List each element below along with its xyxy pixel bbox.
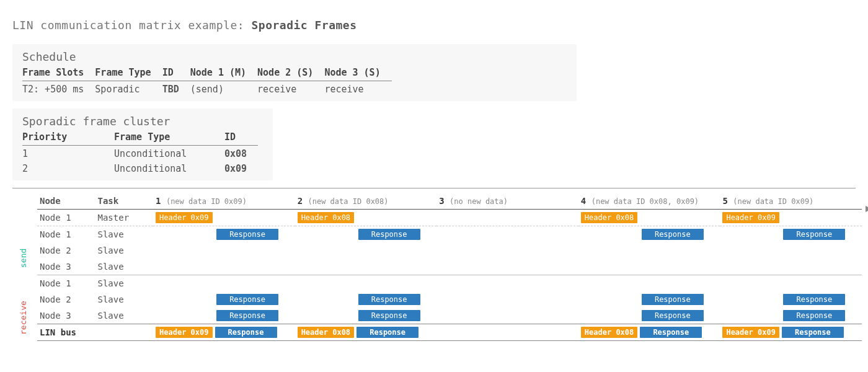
cell-node: Node 1 (37, 275, 95, 292)
response-box: Response (216, 310, 278, 321)
diagram-row: Node 3 SlaveResponseResponseResponseResp… (37, 308, 862, 324)
col-task: Task (95, 195, 154, 210)
cell-slot: Response (720, 226, 862, 243)
response-box: Response (642, 229, 704, 240)
cell-slot: Response (578, 226, 720, 243)
schedule-table: Frame Slots Frame Type ID Node 1 (M) Nod… (22, 66, 392, 96)
cell-slot (436, 259, 578, 275)
cell-slot (436, 210, 578, 226)
cell-node: Node 2 (37, 242, 95, 259)
cell-slot: Response (578, 308, 720, 324)
timing-diagram: send receive Node Task 1 (new data ID 0x… (37, 195, 862, 341)
cell-id: 0x09 (224, 161, 258, 175)
cell-slot: T2: +500 ms (22, 81, 95, 97)
schedule-h3: Node 1 (M) (190, 66, 257, 81)
diagram-row: Node 3 Slave (37, 259, 862, 275)
response-box: Response (356, 327, 418, 338)
cell-slot (436, 275, 578, 292)
cell-slot (436, 226, 578, 243)
response-box: Response (783, 310, 845, 321)
header-box: Header 0x09 (722, 212, 779, 223)
diagram-row: Node 1 SlaveResponseResponseResponseResp… (37, 226, 862, 243)
cell-slot: Header 0x09 (720, 210, 862, 226)
cell-type: Unconditional (114, 161, 224, 175)
response-box: Response (215, 327, 277, 338)
cell-slot (578, 242, 720, 259)
schedule-row: T2: +500 ms Sporadic TBD (send) receive … (22, 81, 392, 97)
cell-slot: Response (153, 226, 295, 243)
header-box: Header 0x08 (298, 327, 354, 338)
header-box: Header 0x08 (581, 327, 637, 338)
cell-slot: Response (720, 308, 862, 324)
schedule-h4: Node 2 (S) (257, 66, 324, 81)
receive-label: receive (19, 295, 28, 341)
cell-n3: receive (324, 81, 391, 97)
header-box: Header 0x08 (581, 212, 637, 223)
section-divider (12, 188, 856, 188)
slot-head: 1 (new data ID 0x09) (153, 195, 295, 210)
diagram-row: Node 2 SlaveResponseResponseResponseResp… (37, 291, 862, 308)
slot-head: 5 (new data ID 0x09) (720, 195, 862, 210)
schedule-panel: Schedule Frame Slots Frame Type ID Node … (12, 44, 577, 101)
slot-head: 3 (no new data) (436, 195, 578, 210)
cell-slot (436, 324, 578, 341)
bus-row: LIN busHeader 0x09ResponseHeader 0x08Res… (37, 324, 862, 341)
response-box: Response (642, 294, 704, 305)
cell-slot (578, 275, 720, 292)
send-label: send (19, 239, 28, 277)
title-prefix: LIN communication matrix example: (12, 19, 244, 32)
cell-slot: Header 0x08 (295, 210, 437, 226)
cell-slot: Response (295, 308, 437, 324)
response-box: Response (642, 310, 704, 321)
cell-slot: Response (720, 291, 862, 308)
cell-task: Slave (95, 308, 154, 324)
cell-node: Node 2 (37, 291, 95, 308)
cell-slot (720, 242, 862, 259)
cluster-panel: Sporadic frame cluster Priority Frame Ty… (12, 108, 273, 180)
cell-task: Slave (95, 226, 154, 243)
cell-slot: Header 0x08 (578, 210, 720, 226)
schedule-h1: Frame Type (95, 66, 162, 81)
time-arrow-icon (866, 206, 868, 212)
page-title: LIN communication matrix example: Sporad… (12, 19, 856, 32)
cell-slot (153, 259, 295, 275)
slot-head: 4 (new data ID 0x08, 0x09) (578, 195, 720, 210)
response-box: Response (782, 327, 844, 338)
schedule-heading: Schedule (22, 50, 567, 63)
cell-slot (578, 259, 720, 275)
cell-slot (720, 259, 862, 275)
header-box: Header 0x09 (156, 212, 212, 223)
cell-slot (436, 291, 578, 308)
cluster-row: 2 Unconditional 0x09 (22, 161, 258, 175)
cluster-h2: ID (224, 130, 258, 146)
cluster-h0: Priority (22, 130, 114, 146)
response-box: Response (358, 229, 420, 240)
response-box: Response (358, 294, 420, 305)
schedule-h5: Node 3 (S) (324, 66, 391, 81)
schedule-h2: ID (162, 66, 190, 81)
cluster-h1: Frame Type (114, 130, 224, 146)
cell-id: 0x08 (224, 146, 258, 161)
header-box: Header 0x09 (722, 327, 779, 338)
response-box: Response (216, 229, 278, 240)
cell-task: Slave (95, 242, 154, 259)
response-box: Response (640, 327, 702, 338)
diagram-row: Node 2 Slave (37, 242, 862, 259)
header-box: Header 0x08 (298, 212, 354, 223)
cluster-table: Priority Frame Type ID 1 Unconditional 0… (22, 130, 258, 175)
header-box: Header 0x09 (156, 327, 212, 338)
cell-type: Sporadic (95, 81, 162, 97)
cluster-heading: Sporadic frame cluster (22, 115, 263, 128)
cell-node: Node 3 (37, 308, 95, 324)
response-box: Response (783, 294, 845, 305)
schedule-h0: Frame Slots (22, 66, 95, 81)
cell-n1: (send) (190, 81, 257, 97)
response-box: Response (783, 229, 845, 240)
cell-slot: Response (295, 291, 437, 308)
cell-task: Slave (95, 291, 154, 308)
diagram-grid: Node Task 1 (new data ID 0x09) 2 (new da… (37, 195, 862, 341)
cell-task: Slave (95, 259, 154, 275)
cell-slot (295, 242, 437, 259)
cell-slot (153, 275, 295, 292)
col-node: Node (37, 195, 95, 210)
